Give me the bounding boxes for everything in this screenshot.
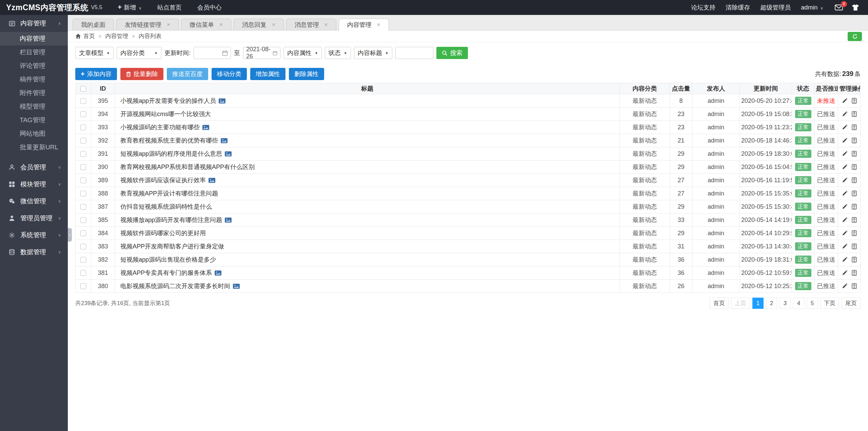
row-title-link[interactable]: 视频软件源码应该保证执行效率: [120, 177, 206, 184]
sidebar-item[interactable]: TAG管理: [0, 113, 68, 127]
pagination-item[interactable]: 5: [807, 298, 818, 309]
sidebar-item[interactable]: 稿件管理: [0, 73, 68, 86]
row-checkbox[interactable]: [80, 177, 86, 183]
row-checkbox[interactable]: [80, 125, 86, 130]
sidebar-item[interactable]: 评论管理: [0, 59, 68, 73]
sidebar-item[interactable]: 内容管理: [0, 32, 68, 45]
row-title-link[interactable]: 小视频源码的主要功能有哪些: [120, 124, 200, 131]
row-title-link[interactable]: 视频APP专卖具有专门的服务体系: [120, 269, 212, 276]
edit-icon[interactable]: [842, 204, 848, 210]
edit-icon[interactable]: [842, 283, 848, 289]
row-checkbox[interactable]: [80, 283, 86, 289]
tab-item[interactable]: 友情链接管理×: [116, 19, 179, 30]
edit-icon[interactable]: [842, 270, 848, 276]
row-checkbox[interactable]: [80, 138, 86, 144]
row-checkbox[interactable]: [80, 164, 86, 170]
move-category-button[interactable]: 移动分类: [212, 68, 247, 80]
breadcrumb-item[interactable]: 内容管理: [105, 32, 128, 40]
topbar-clear-cache[interactable]: 清除缓存: [726, 3, 750, 12]
preview-icon[interactable]: [851, 164, 857, 170]
edit-icon[interactable]: [842, 164, 848, 170]
pagination-item[interactable]: 3: [780, 298, 791, 309]
edit-icon[interactable]: [842, 151, 848, 157]
add-content-button[interactable]: +添加内容: [75, 68, 117, 80]
tab-item[interactable]: 微信菜单×: [181, 19, 231, 30]
sidebar-section-header[interactable]: 系统管理∨: [0, 227, 68, 244]
row-title-link[interactable]: 电影视频系统源码二次开发需要多长时间: [120, 283, 230, 289]
tab-close-icon[interactable]: ×: [377, 21, 380, 28]
pagination-item[interactable]: 下页: [820, 298, 839, 309]
breadcrumb-item[interactable]: 首页: [83, 32, 95, 40]
preview-icon[interactable]: [851, 283, 857, 289]
tab-item[interactable]: 消息回复×: [234, 19, 284, 30]
preview-icon[interactable]: [851, 230, 857, 236]
preview-icon[interactable]: [851, 124, 857, 130]
batch-delete-button[interactable]: 批量删除: [120, 68, 163, 80]
topbar-forum-support[interactable]: 论坛支持: [691, 3, 715, 12]
edit-icon[interactable]: [842, 190, 848, 196]
select-all-checkbox[interactable]: [80, 86, 86, 92]
tab-close-icon[interactable]: ×: [167, 21, 170, 28]
row-checkbox[interactable]: [80, 217, 86, 223]
date-to-input[interactable]: 2021-08-26: [243, 47, 280, 59]
row-checkbox[interactable]: [80, 111, 86, 117]
row-checkbox[interactable]: [80, 191, 86, 196]
topbar-member-center[interactable]: 会员中心: [197, 3, 222, 12]
row-title-link[interactable]: 视频APP开发商帮助客户进行量身定做: [120, 243, 224, 250]
row-title-link[interactable]: 教育网校视频APP系统和普通视频APP有什么区别: [120, 164, 255, 170]
sidebar-collapse-handle[interactable]: ‹: [68, 228, 72, 242]
row-title-link[interactable]: 短视频app源码的程序使用是什么意思: [120, 150, 222, 157]
edit-icon[interactable]: [842, 257, 848, 263]
topbar-new-menu[interactable]: +新增∨: [118, 3, 141, 12]
edit-icon[interactable]: [842, 243, 848, 249]
preview-icon[interactable]: [851, 177, 857, 183]
pagination-item[interactable]: 4: [793, 298, 804, 309]
row-checkbox[interactable]: [80, 98, 86, 104]
tab-close-icon[interactable]: ×: [219, 21, 223, 28]
pagination-item[interactable]: 1: [752, 298, 764, 309]
row-checkbox[interactable]: [80, 204, 86, 210]
preview-icon[interactable]: [851, 257, 857, 263]
tab-item[interactable]: 消息管理×: [286, 19, 336, 30]
breadcrumb-item[interactable]: 内容列表: [138, 32, 161, 40]
sidebar-item[interactable]: 批量更新URL: [0, 140, 68, 154]
title-field-select[interactable]: 内容标题▼: [354, 47, 392, 59]
tab-close-icon[interactable]: ×: [272, 21, 275, 28]
row-title-link[interactable]: 仿抖音短视频系统源码特性是什么: [120, 203, 212, 210]
pagination-item[interactable]: 首页: [710, 298, 729, 309]
sidebar-item[interactable]: 栏目管理: [0, 45, 68, 59]
preview-icon[interactable]: [851, 217, 857, 223]
keyword-input[interactable]: [395, 47, 433, 59]
refresh-button[interactable]: [848, 32, 862, 41]
sidebar-item[interactable]: 附件管理: [0, 86, 68, 100]
sidebar-item[interactable]: 模型管理: [0, 100, 68, 113]
tab-close-icon[interactable]: ×: [324, 21, 328, 28]
row-title-link[interactable]: 小视频app开发需要专业的操作人员: [120, 97, 216, 104]
edit-icon[interactable]: [842, 217, 848, 223]
preview-icon[interactable]: [851, 270, 857, 276]
row-checkbox[interactable]: [80, 244, 86, 249]
preview-icon[interactable]: [851, 98, 857, 104]
add-attribute-button[interactable]: 增加属性: [250, 68, 285, 80]
sidebar-item[interactable]: 网站地图: [0, 127, 68, 140]
status-select[interactable]: 状态▼: [325, 47, 351, 59]
row-checkbox[interactable]: [80, 151, 86, 157]
edit-icon[interactable]: [842, 124, 848, 130]
search-button[interactable]: 搜索: [436, 47, 468, 59]
sidebar-section-header[interactable]: 内容管理∧: [0, 15, 68, 32]
preview-icon[interactable]: [851, 137, 857, 144]
sidebar-section-header[interactable]: 会员管理∨: [0, 159, 68, 176]
topbar-site-home[interactable]: 站点首页: [157, 3, 182, 12]
pagination-item[interactable]: 尾页: [842, 298, 861, 309]
edit-icon[interactable]: [842, 111, 848, 117]
edit-icon[interactable]: [842, 177, 848, 183]
pagination-item[interactable]: 2: [766, 298, 777, 309]
row-title-link[interactable]: 开源视频网站cms哪一个比较强大: [120, 111, 211, 117]
attribute-select[interactable]: 内容属性▼: [283, 47, 322, 59]
sidebar-section-header[interactable]: 微信管理∨: [0, 193, 68, 210]
preview-icon[interactable]: [851, 111, 857, 117]
model-select[interactable]: 文章模型▼: [75, 47, 114, 59]
sidebar-section-header[interactable]: 模块管理∨: [0, 176, 68, 193]
push-baidu-button[interactable]: 推送至百度: [167, 68, 208, 80]
row-title-link[interactable]: 短视频app源码出售现在价格是多少: [120, 256, 216, 263]
